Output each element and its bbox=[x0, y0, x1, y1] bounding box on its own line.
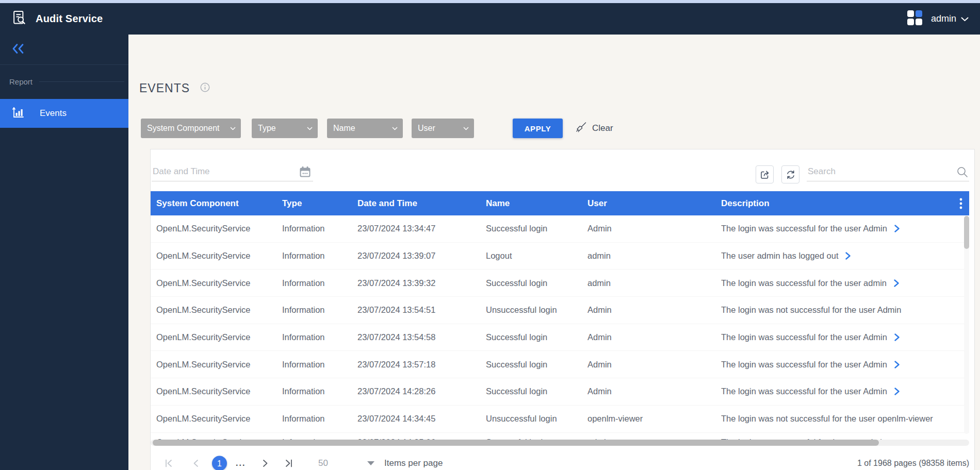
date-and-time-input[interactable] bbox=[152, 162, 313, 181]
row-expand-chevron-icon[interactable] bbox=[894, 225, 900, 232]
cell-system-component: OpenLM.SecurityService bbox=[156, 224, 282, 233]
table-row[interactable]: OpenLM.SecurityService Information 23/07… bbox=[151, 324, 969, 351]
cell-date-and-time: 23/07/2024 13:39:32 bbox=[357, 278, 486, 288]
filter-label: Type bbox=[258, 124, 276, 133]
cell-description: The login was successful for the user ad… bbox=[721, 278, 969, 288]
pagination-bar: 1 ... 50 Items per page 1 of 1968 pages … bbox=[151, 451, 974, 470]
table-body: OpenLM.SecurityService Information 23/07… bbox=[151, 215, 969, 440]
description-text: The login was successful for the user Ad… bbox=[721, 387, 887, 396]
cell-name: Unsuccessful login bbox=[486, 305, 587, 315]
column-header-description[interactable]: Description bbox=[721, 198, 969, 209]
refresh-button[interactable] bbox=[781, 165, 799, 183]
row-expand-chevron-icon[interactable] bbox=[845, 252, 851, 260]
column-header-user[interactable]: User bbox=[587, 198, 721, 209]
cell-system-component: OpenLM.SecurityService bbox=[156, 387, 282, 396]
cell-system-component: OpenLM.SecurityService bbox=[156, 251, 282, 261]
vertical-scrollbar-thumb[interactable] bbox=[964, 216, 969, 249]
page-size-value[interactable]: 50 bbox=[318, 458, 328, 468]
cell-name: Successful login bbox=[486, 278, 587, 288]
info-icon[interactable] bbox=[200, 82, 210, 94]
cell-name: Successful login bbox=[486, 224, 587, 233]
row-expand-chevron-icon[interactable] bbox=[894, 388, 900, 395]
page-ellipsis-button[interactable]: ... bbox=[236, 459, 246, 468]
pagination-summary: 1 of 1968 pages (98358 items) bbox=[857, 459, 969, 468]
events-table-panel: System Component Type Date and Time Name… bbox=[150, 149, 975, 470]
audit-service-logo-icon bbox=[11, 10, 27, 28]
description-text: The login was not successful for the use… bbox=[721, 305, 901, 315]
cell-user: Admin bbox=[587, 224, 721, 233]
table-row[interactable]: OpenLM.SecurityService Information 23/07… bbox=[151, 297, 969, 324]
column-header-date-and-time[interactable]: Date and Time bbox=[357, 198, 486, 209]
table-row[interactable]: OpenLM.SecurityService Information 23/07… bbox=[151, 378, 969, 406]
row-expand-chevron-icon[interactable] bbox=[894, 333, 900, 341]
page-title: EVENTS bbox=[139, 81, 190, 95]
column-header-name[interactable]: Name bbox=[486, 198, 587, 209]
cell-date-and-time: 23/07/2024 13:54:58 bbox=[357, 332, 486, 342]
search-icon bbox=[957, 166, 968, 180]
cell-system-component: OpenLM.SecurityService bbox=[156, 305, 282, 315]
cell-description: The user admin has logged out bbox=[721, 251, 969, 261]
horizontal-scrollbar[interactable] bbox=[151, 440, 969, 446]
chevron-down-icon bbox=[961, 13, 969, 24]
description-text: The login was successful for the user Ad… bbox=[721, 224, 887, 233]
table-row[interactable]: OpenLM.SecurityService Information 23/07… bbox=[151, 406, 969, 433]
column-header-system-component[interactable]: System Component bbox=[156, 198, 282, 209]
calendar-icon[interactable] bbox=[299, 166, 311, 180]
table-row[interactable]: OpenLM.SecurityService Information 23/07… bbox=[151, 243, 969, 270]
table-row[interactable]: OpenLM.SecurityService Information 23/07… bbox=[151, 351, 969, 378]
cell-description: The login was successful for the user Ad… bbox=[721, 360, 969, 370]
clear-button[interactable]: Clear bbox=[575, 121, 613, 136]
user-menu[interactable]: admin bbox=[931, 13, 969, 24]
cell-name: Successful login bbox=[486, 360, 587, 370]
column-header-type[interactable]: Type bbox=[282, 198, 357, 209]
cell-name: Successful login bbox=[486, 387, 587, 396]
cell-date-and-time: 23/07/2024 13:57:18 bbox=[357, 360, 486, 370]
filter-dropdown-name[interactable]: Name bbox=[327, 119, 403, 138]
sidebar-item-events[interactable]: Events bbox=[0, 99, 128, 128]
cell-system-component: OpenLM.SecurityService bbox=[156, 360, 282, 370]
row-expand-chevron-icon[interactable] bbox=[893, 279, 900, 287]
cell-type: Information bbox=[282, 360, 357, 370]
column-menu-dots-icon[interactable] bbox=[959, 198, 962, 212]
current-page-button[interactable]: 1 bbox=[212, 456, 227, 470]
cell-user: admin bbox=[587, 278, 721, 288]
filter-dropdown-user[interactable]: User bbox=[412, 119, 474, 138]
description-text: The login was not successful for the use… bbox=[721, 414, 933, 424]
cell-name: Successful login bbox=[486, 332, 587, 342]
sidebar-collapse-button[interactable] bbox=[11, 43, 25, 56]
previous-page-button[interactable] bbox=[192, 460, 199, 467]
table-row[interactable]: OpenLM.SecurityService Information 23/07… bbox=[151, 270, 969, 297]
page-size-caret-icon[interactable] bbox=[367, 461, 374, 465]
apply-button[interactable]: APPLY bbox=[513, 119, 563, 138]
cell-description: The login was successful for the user Ad… bbox=[721, 224, 969, 233]
cell-system-component: OpenLM.SecurityService bbox=[156, 414, 282, 424]
next-page-button[interactable] bbox=[262, 460, 269, 467]
cell-user: admin bbox=[587, 251, 721, 261]
apps-grid-icon[interactable] bbox=[907, 10, 923, 28]
chevron-down-icon bbox=[230, 127, 236, 130]
cell-user: openlm-viewer bbox=[587, 414, 721, 424]
description-text: The login was successful for the user Ad… bbox=[721, 332, 887, 342]
search-input[interactable] bbox=[807, 162, 969, 181]
table-row[interactable]: OpenLM.SecurityService Information 23/07… bbox=[151, 433, 969, 440]
filter-label: Name bbox=[333, 124, 355, 133]
description-text: The login was successful for the user ad… bbox=[721, 278, 887, 288]
filter-dropdown-type[interactable]: Type bbox=[252, 119, 318, 138]
chevron-down-icon bbox=[307, 127, 313, 130]
section-divider bbox=[39, 81, 124, 82]
horizontal-scrollbar-thumb[interactable] bbox=[153, 440, 879, 446]
cell-system-component: OpenLM.SecurityService bbox=[156, 332, 282, 342]
cell-description: The login was not successful for the use… bbox=[721, 414, 969, 424]
last-page-button[interactable] bbox=[284, 460, 293, 467]
cell-user: Admin bbox=[587, 387, 721, 396]
first-page-button[interactable] bbox=[165, 460, 173, 467]
table-row[interactable]: OpenLM.SecurityService Information 23/07… bbox=[151, 215, 969, 243]
vertical-scrollbar[interactable] bbox=[964, 216, 969, 434]
cell-description: The login was successful for the user Ad… bbox=[721, 387, 969, 396]
cell-type: Information bbox=[282, 387, 357, 396]
sidebar-section-label: Report bbox=[9, 77, 32, 86]
row-expand-chevron-icon[interactable] bbox=[894, 361, 900, 368]
export-button[interactable] bbox=[756, 165, 774, 183]
filter-dropdown-system-component[interactable]: System Component bbox=[141, 119, 241, 138]
cell-name: Logout bbox=[486, 251, 587, 261]
